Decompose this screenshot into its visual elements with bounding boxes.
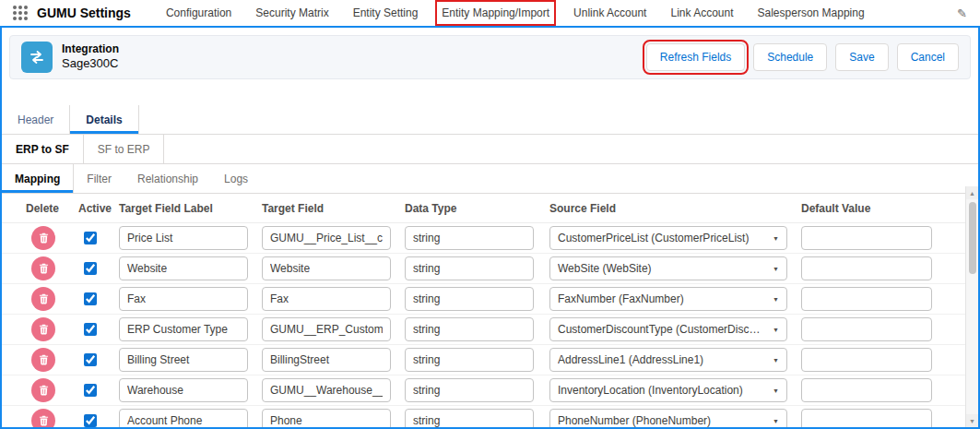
delete-row-button[interactable] [31, 226, 55, 250]
source-field-select[interactable]: PhoneNumber (PhoneNumber)▼ [549, 409, 787, 429]
sub-tabs: Mapping Filter Relationship Logs [2, 164, 978, 194]
top-nav: GUMU Settings ConfigurationSecurity Matr… [0, 0, 980, 26]
refresh-fields-button[interactable]: Refresh Fields [646, 43, 745, 71]
default-value-input[interactable] [801, 409, 932, 429]
record-name: Sage300C [62, 56, 119, 71]
active-checkbox[interactable] [84, 353, 97, 366]
delete-row-button[interactable] [31, 256, 55, 280]
target-field-input[interactable] [262, 226, 391, 250]
nav-item-unlink-account[interactable]: Unlink Account [572, 5, 648, 21]
source-field-select[interactable]: WebSite (WebSite)▼ [549, 256, 787, 280]
nav-item-link-account[interactable]: Link Account [668, 5, 735, 21]
data-type-input[interactable] [405, 287, 534, 311]
active-checkbox[interactable] [84, 414, 97, 427]
data-type-input[interactable] [405, 348, 534, 372]
gumu-settings-page: GUMU Settings ConfigurationSecurity Matr… [0, 0, 980, 429]
active-checkbox[interactable] [84, 292, 97, 305]
column-header-target-field: Target Field [262, 202, 405, 215]
target-field-label-input[interactable] [119, 287, 248, 311]
tab-filter[interactable]: Filter [74, 164, 124, 193]
source-field-value: FaxNumber (FaxNumber) [558, 292, 684, 305]
nav-item-entity-setting[interactable]: Entity Setting [351, 5, 420, 21]
source-field-select[interactable]: FaxNumber (FaxNumber)▼ [549, 287, 787, 311]
data-type-input[interactable] [405, 409, 534, 429]
delete-row-button[interactable] [31, 378, 55, 402]
source-field-select[interactable]: InventoryLocation (InventoryLocation)▼ [549, 378, 787, 402]
nav-item-entity-mapping-import[interactable]: Entity Mapping/Import [440, 5, 551, 21]
table-header: Delete Active Target Field Label Target … [2, 194, 978, 223]
entity-type-label: Integration [62, 42, 119, 56]
schedule-button[interactable]: Schedule [753, 43, 827, 71]
tab-relationship[interactable]: Relationship [124, 164, 211, 193]
default-value-input[interactable] [801, 378, 932, 402]
cancel-button[interactable]: Cancel [897, 43, 959, 71]
app-launcher-icon[interactable] [13, 6, 28, 20]
chevron-down-icon: ▼ [773, 296, 779, 303]
target-field-label-input[interactable] [119, 226, 248, 250]
delete-row-button[interactable] [31, 409, 55, 429]
source-field-select[interactable]: CustomerPriceList (CustomerPriceList)▼ [549, 226, 787, 250]
default-value-input[interactable] [801, 287, 932, 311]
target-field-input[interactable] [262, 287, 391, 311]
source-field-value: InventoryLocation (InventoryLocation) [558, 384, 743, 397]
default-value-input[interactable] [801, 317, 932, 341]
tab-erp-to-sf[interactable]: ERP to SF [2, 135, 84, 163]
nav-item-security-matrix[interactable]: Security Matrix [254, 5, 330, 21]
tab-mapping[interactable]: Mapping [2, 164, 74, 193]
table-row: FaxNumber (FaxNumber)▼ [2, 284, 978, 315]
default-value-input[interactable] [801, 226, 932, 250]
target-field-input[interactable] [262, 409, 391, 429]
source-field-value: CustomerPriceList (CustomerPriceList) [558, 232, 749, 244]
nav-item-salesperson-mapping[interactable]: Salesperson Mapping [756, 5, 867, 21]
active-checkbox[interactable] [84, 262, 97, 275]
scrollbar-thumb[interactable] [969, 202, 976, 274]
record-titles: Integration Sage300C [62, 42, 119, 71]
chevron-down-icon: ▼ [773, 327, 779, 333]
integration-object-icon [21, 42, 53, 73]
data-type-input[interactable] [405, 226, 534, 250]
source-field-select[interactable]: AddressLine1 (AddressLine1)▼ [549, 348, 787, 372]
data-type-input[interactable] [405, 378, 534, 402]
delete-row-button[interactable] [31, 287, 55, 311]
table-row: CustomerDiscountType (CustomerDiscountTy… [2, 315, 978, 345]
target-field-input[interactable] [262, 317, 391, 341]
table-scrollbar[interactable]: ▲ ▼ [965, 186, 978, 427]
table-row: WebSite (WebSite)▼ [2, 254, 978, 284]
scroll-up-icon[interactable]: ▲ [966, 186, 979, 199]
primary-tabs: Header Details [2, 105, 978, 135]
chevron-down-icon: ▼ [773, 418, 779, 424]
table-row: InventoryLocation (InventoryLocation)▼ [2, 375, 978, 406]
tab-header[interactable]: Header [2, 105, 70, 134]
edit-pencil-icon[interactable]: ✎ [957, 6, 967, 20]
tab-logs[interactable]: Logs [211, 164, 261, 193]
data-type-input[interactable] [405, 317, 534, 341]
tab-details[interactable]: Details [70, 105, 138, 134]
target-field-input[interactable] [262, 256, 391, 280]
default-value-input[interactable] [801, 256, 932, 280]
save-button[interactable]: Save [835, 43, 888, 71]
nav-item-configuration[interactable]: Configuration [164, 5, 233, 21]
target-field-label-input[interactable] [119, 256, 248, 280]
delete-row-button[interactable] [31, 348, 55, 372]
active-checkbox[interactable] [84, 323, 97, 336]
scroll-down-icon[interactable]: ▼ [966, 414, 979, 427]
table-row: PhoneNumber (PhoneNumber)▼ [2, 406, 978, 429]
data-type-input[interactable] [405, 256, 534, 280]
table-row: CustomerPriceList (CustomerPriceList)▼ [2, 223, 978, 254]
active-checkbox[interactable] [84, 232, 97, 244]
source-field-select[interactable]: CustomerDiscountType (CustomerDiscountTy… [549, 317, 787, 341]
tab-sf-to-erp[interactable]: SF to ERP [84, 135, 165, 163]
active-checkbox[interactable] [84, 384, 97, 397]
target-field-input[interactable] [262, 348, 391, 372]
target-field-label-input[interactable] [119, 409, 248, 429]
default-value-input[interactable] [801, 348, 932, 372]
target-field-label-input[interactable] [119, 378, 248, 402]
column-header-delete: Delete [26, 202, 78, 215]
target-field-label-input[interactable] [119, 348, 248, 372]
direction-tabs: ERP to SF SF to ERP [2, 135, 978, 164]
content-frame: Integration Sage300C Refresh FieldsSched… [0, 26, 980, 429]
target-field-label-input[interactable] [119, 317, 248, 341]
delete-row-button[interactable] [31, 317, 55, 341]
column-header-source-field: Source Field [549, 202, 801, 215]
target-field-input[interactable] [262, 378, 391, 402]
